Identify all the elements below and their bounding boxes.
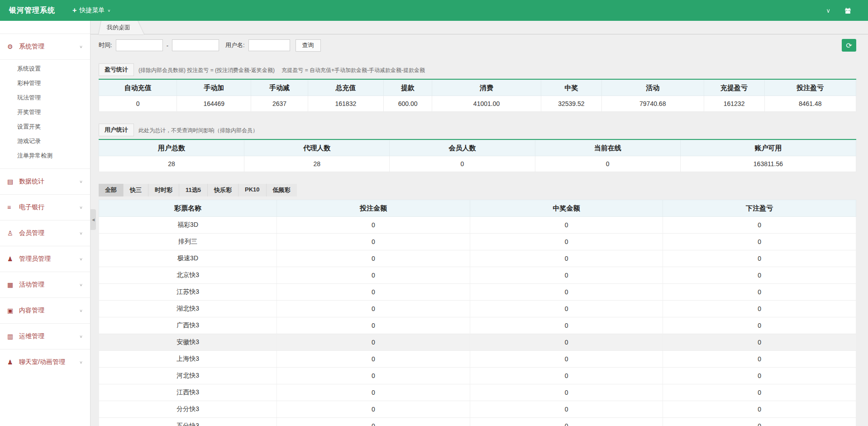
chevron-down-icon: ∨ [79,334,83,339]
topbar-actions: ∨ [826,7,859,14]
column-header: 中奖 [541,80,602,96]
lottery-tab[interactable]: PK10 [238,184,267,196]
bank-list-icon: ≡ [7,204,16,211]
cell: 28 [244,156,390,172]
refresh-button[interactable]: ⟳ [842,39,856,52]
column-header: 彩票名称 [99,200,277,217]
lottery-tab[interactable]: 时时彩 [148,184,179,196]
table-row: 福彩3D000 [99,217,856,234]
cell: 161232 [704,96,764,112]
sidebar-item-label: 活动管理 [19,281,79,289]
table-row: 安徽快3000 [99,334,856,351]
column-header: 投注金额 [277,200,470,217]
cell: 0 [277,351,470,368]
user-stats-table: 用户总数代理人数会员人数当前在线账户可用282800163811.56 [99,140,856,172]
sidebar-subitem[interactable]: 设置开奖 [0,120,90,134]
cell: 0 [277,234,470,250]
chevron-down-icon[interactable]: ∨ [826,7,830,14]
username-input[interactable] [248,39,290,51]
cell: 161832 [308,96,383,112]
table-row: 江西快3000 [99,384,856,401]
cell: 河北快3 [99,368,277,384]
table-row: 01644692637161832600.0041001.0032539.527… [99,96,856,112]
cell: 0 [663,384,856,401]
chevron-down-icon: ∨ [107,9,110,13]
sidebar-item[interactable]: ⚙系统管理∨ [0,34,90,59]
cell: 600.00 [384,96,432,112]
column-header: 充提盈亏 [704,80,764,96]
cell: 0 [470,384,663,401]
sidebar-collapse-handle[interactable]: ◀ [91,209,96,230]
lottery-stats-table: 彩票名称投注金额中奖金额下注盈亏福彩3D000排列三000极速3D000北京快3… [99,200,856,426]
sidebar-menu: ⚙系统管理∨系统设置彩种管理玩法管理开奖管理设置开奖游戏记录注单异常检测▤数据统… [0,34,90,375]
column-header: 中奖金额 [470,200,663,217]
table-row: 北京快3000 [99,267,856,284]
sidebar-subitem[interactable]: 注单异常检测 [0,148,90,163]
sidebar-item[interactable]: ▣内容管理∨ [0,297,90,323]
time-to-input[interactable] [172,39,219,51]
sidebar-item[interactable]: ▤数据统计∨ [0,168,90,194]
cell: 0 [470,418,663,426]
sidebar: ⚙系统管理∨系统设置彩种管理玩法管理开奖管理设置开奖游戏记录注单异常检测▤数据统… [0,21,91,426]
quick-menu-button[interactable]: + 快捷菜单 ∨ [72,6,111,14]
cell: 0 [277,267,470,284]
cell: 0 [663,267,856,284]
date-range-dash: - [167,42,168,49]
cell: 0 [470,284,663,301]
cell: 0 [390,156,535,172]
sidebar-item[interactable]: ♟聊天室/动画管理∨ [0,349,90,375]
sidebar-subitem[interactable]: 系统设置 [0,62,90,76]
cell: 0 [663,351,856,368]
cell: 安徽快3 [99,334,277,351]
cell: 8461.48 [764,96,856,112]
lottery-tab[interactable]: 快三 [124,184,148,196]
sidebar-subitem[interactable]: 彩种管理 [0,76,90,91]
sidebar-subitem[interactable]: 游戏记录 [0,134,90,148]
chevron-down-icon: ∨ [79,282,83,287]
column-header: 下注盈亏 [663,200,856,217]
sidebar-item-label: 数据统计 [19,177,79,186]
user-stats-badge: 用户统计 [99,124,134,136]
tab-my-desktop[interactable]: 我的桌面 [99,21,144,34]
bar-chart-icon: ▤ [7,178,16,185]
column-header: 总充值 [308,80,383,96]
cell: 湖北快3 [99,301,277,317]
content-icon: ▣ [7,307,16,314]
query-button[interactable]: 查询 [296,39,321,52]
profit-stats-header: 盈亏统计 (排除内部会员数据) 投注盈亏 = (投注消费金额-返奖金额) 充提盈… [99,63,856,80]
table-row: 湖北快3000 [99,301,856,317]
sidebar-item[interactable]: ▥运维管理∨ [0,323,90,349]
lottery-tab[interactable]: 全部 [99,184,124,196]
table-row: 282800163811.56 [99,156,856,172]
cell: 0 [470,334,663,351]
chevron-down-icon: ∨ [79,231,83,235]
cell: 0 [277,418,470,426]
table-row: 排列三000 [99,234,856,250]
chevron-down-icon: ∨ [79,308,83,313]
cell: 0 [277,217,470,234]
chevron-down-icon: ∨ [79,360,83,364]
cell: 32539.52 [541,96,602,112]
cell: 分分快3 [99,401,277,418]
lottery-tab[interactable]: 11选5 [179,184,208,196]
cell: 0 [277,334,470,351]
lottery-tab[interactable]: 快乐彩 [208,184,238,196]
cell: 0 [470,351,663,368]
sidebar-item[interactable]: ♟管理员管理∨ [0,246,90,272]
sidebar-item-label: 系统管理 [19,43,79,51]
user-stats-note: 此处为总计，不受查询时间影响（排除内部会员） [138,127,258,136]
sidebar-item[interactable]: ♙会员管理∨ [0,220,90,246]
cell: 0 [470,317,663,334]
sidebar-item-label: 聊天室/动画管理 [19,358,79,366]
sidebar-subitem[interactable]: 玩法管理 [0,91,90,105]
lottery-tab[interactable]: 低频彩 [267,184,297,196]
cell: 0 [470,217,663,234]
cell: 0 [277,250,470,267]
column-header: 当前在线 [535,140,680,156]
sidebar-item[interactable]: ≡电子银行∨ [0,194,90,220]
gift-icon[interactable] [844,7,852,14]
time-from-input[interactable] [116,39,163,51]
sidebar-item[interactable]: ▦活动管理∨ [0,272,90,297]
sidebar-subitem[interactable]: 开奖管理 [0,105,90,120]
cell: 41001.00 [432,96,541,112]
